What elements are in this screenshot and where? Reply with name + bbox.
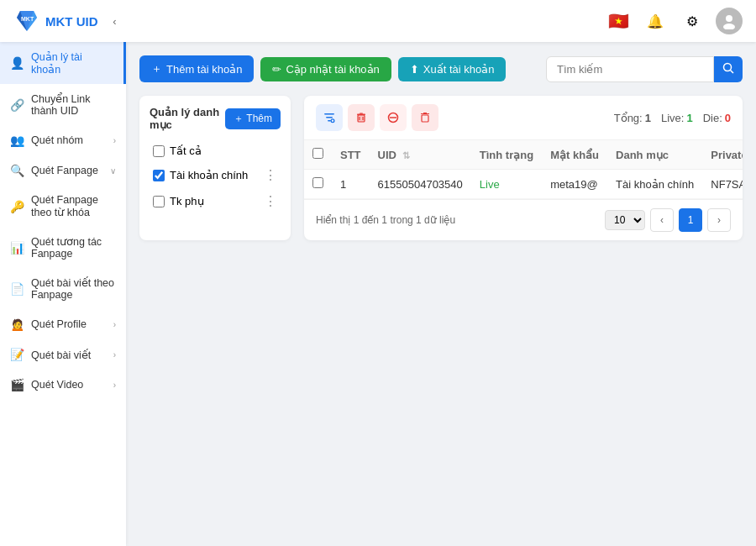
sidebar-item-label: Chuyển Link thành UID	[31, 92, 116, 117]
bell-icon[interactable]: 🔔	[642, 8, 669, 34]
checkbox-tai-khoan-chinh[interactable]	[153, 170, 165, 181]
header-left: MKT MKT UID ‹	[13, 8, 123, 34]
add-cat-icon: ＋	[234, 112, 244, 126]
delete2-button[interactable]	[412, 104, 438, 131]
col-mat-khau: Mật khẩu	[542, 140, 607, 170]
sidebar-item-quan-ly-tai-khoan[interactable]: 👤 Quản lý tài khoản	[0, 42, 126, 84]
col-danh-muc: Danh mục	[607, 140, 702, 170]
chevron-right-icon: ›	[113, 136, 116, 145]
key-icon: 🔑	[10, 200, 24, 213]
video-icon: 🎬	[10, 378, 24, 391]
row-private-key: NF7SA2J2EBQF3GXUJBKAOJXXIWKW7RAR	[702, 170, 743, 199]
page-1-button[interactable]: 1	[679, 208, 702, 232]
live-value: 1	[686, 112, 692, 124]
chevron-right-icon-4: ›	[113, 381, 116, 390]
col-tinh-trang: Tình trạng	[471, 140, 542, 170]
category-label-tai-khoan-chinh: Tài khoản chính	[170, 169, 259, 181]
category-tat-ca[interactable]: Tất cả	[150, 139, 281, 162]
sidebar-item-quet-nhom[interactable]: 👥 Quét nhóm ›	[0, 125, 126, 155]
interaction-icon: 📊	[10, 241, 24, 255]
row-tinh-trang: Live	[471, 170, 542, 199]
settings-icon[interactable]: ⚙	[679, 8, 706, 34]
next-page-button[interactable]: ›	[707, 208, 731, 232]
export-account-button[interactable]: ⬆ Xuất tài khoản	[398, 57, 507, 81]
delete-button[interactable]	[348, 104, 375, 131]
svg-rect-10	[328, 120, 331, 122]
header: MKT MKT UID ‹ 🇻🇳 🔔 ⚙	[0, 0, 756, 42]
sidebar-item-label: Quét tương tác Fanpage	[31, 235, 116, 260]
die-value: 0	[725, 112, 731, 124]
left-panel-title: Quản lý danh mục	[150, 106, 225, 131]
logo: MKT MKT UID	[13, 8, 98, 34]
category-tai-khoan-chinh[interactable]: Tài khoản chính ⋮	[150, 162, 281, 188]
row-stt: 1	[332, 170, 370, 199]
sidebar-item-label: Quét Fanpage theo từ khóa	[31, 194, 116, 218]
col-checkbox	[304, 140, 332, 170]
sidebar-item-label: Quét bài viết	[31, 349, 91, 361]
row-danh-muc: Tài khoản chính	[607, 170, 702, 199]
select-all-checkbox[interactable]	[312, 148, 323, 159]
export-icon: ⬆	[410, 63, 419, 76]
search-input[interactable]	[546, 56, 714, 82]
dots-menu-icon-2[interactable]: ⋮	[264, 193, 277, 209]
sort-uid-icon[interactable]: ⇅	[402, 150, 410, 160]
collapse-button[interactable]: ‹	[107, 13, 123, 29]
sidebar-item-quet-bai-viet-fanpage[interactable]: 📄 Quét bài viết theo Fanpage	[0, 268, 126, 309]
sidebar-item-label: Quét nhóm	[31, 134, 83, 146]
row-uid: 61550504703540	[370, 170, 471, 199]
sidebar-item-quet-bai-viet[interactable]: 📝 Quét bài viết ›	[0, 339, 126, 370]
svg-line-7	[731, 70, 734, 73]
sidebar-item-quet-video[interactable]: 🎬 Quét Video ›	[0, 370, 126, 400]
remove-icon	[418, 111, 432, 124]
account-icon: 👤	[10, 56, 24, 70]
content-area: Quản lý danh mục ＋ Thêm Tất cả Tài khoản…	[139, 96, 743, 240]
filter-icon	[323, 111, 336, 124]
sidebar-item-quet-fanpage-tu-khoa[interactable]: 🔑 Quét Fanpage theo từ khóa	[0, 186, 126, 227]
pagination-row: Hiển thị 1 đến 1 trong 1 dữ liệu 10 20 5…	[304, 199, 743, 240]
main-content: ＋ Thêm tài khoản ✏ Cập nhật tài khoản ⬆ …	[126, 42, 756, 546]
edit-icon: ✏	[272, 63, 281, 76]
row-select-checkbox[interactable]	[312, 177, 323, 188]
table-toolbar: Tổng: 1 Live: 1 Die: 0	[304, 96, 743, 140]
right-panel: Tổng: 1 Live: 1 Die: 0	[304, 96, 743, 240]
svg-rect-9	[326, 117, 333, 118]
search-button[interactable]	[714, 56, 743, 82]
accounts-table: STT UID ⇅ Tình trạng Mật khẩu Danh mục P…	[304, 140, 743, 199]
sidebar-item-quet-tuong-tac[interactable]: 📊 Quét tương tác Fanpage	[0, 227, 126, 268]
col-stt: STT	[332, 140, 370, 170]
left-panel-header: Quản lý danh mục ＋ Thêm	[150, 106, 281, 131]
link-icon: 🔗	[10, 98, 24, 112]
add-category-button[interactable]: ＋ Thêm	[225, 108, 281, 129]
dots-menu-icon[interactable]: ⋮	[264, 167, 277, 183]
category-tk-phu[interactable]: Tk phụ ⋮	[150, 188, 281, 214]
pagination-controls: 10 20 50 ‹ 1 ›	[605, 208, 731, 232]
sidebar-item-quet-profile[interactable]: 🙍 Quét Profile ›	[0, 309, 126, 339]
logo-text: MKT UID	[45, 14, 98, 29]
checkbox-tat-ca[interactable]	[153, 145, 165, 157]
category-label-tat-ca: Tất cả	[170, 144, 277, 157]
prev-page-button[interactable]: ‹	[650, 208, 674, 232]
svg-point-6	[724, 63, 732, 71]
page-size-select[interactable]: 10 20 50	[605, 210, 645, 230]
add-account-button[interactable]: ＋ Thêm tài khoản	[139, 55, 254, 82]
update-account-button[interactable]: ✏ Cập nhật tài khoản	[260, 57, 391, 81]
avatar[interactable]	[716, 8, 743, 34]
block-button[interactable]	[380, 104, 407, 131]
sidebar-item-label: Quét Profile	[31, 318, 87, 330]
svg-rect-17	[357, 114, 365, 116]
sidebar-item-chuyen-link[interactable]: 🔗 Chuyển Link thành UID	[0, 84, 126, 125]
checkbox-tk-phu[interactable]	[153, 196, 165, 207]
sidebar-item-label: Quét Fanpage	[31, 165, 98, 176]
search-icon	[722, 62, 734, 74]
left-panel: Quản lý danh mục ＋ Thêm Tất cả Tài khoản…	[139, 96, 291, 240]
svg-rect-18	[360, 113, 363, 114]
logo-icon: MKT	[13, 8, 40, 34]
article-fanpage-icon: 📄	[10, 282, 24, 296]
sidebar-item-label: Quét Video	[31, 379, 83, 391]
filter-button[interactable]	[316, 104, 343, 131]
svg-point-4	[726, 15, 732, 22]
post-icon: 📝	[10, 348, 24, 361]
top-actions: ＋ Thêm tài khoản ✏ Cập nhật tài khoản ⬆ …	[139, 55, 743, 82]
sidebar-item-quet-fanpage[interactable]: 🔍 Quét Fanpage ∨	[0, 155, 126, 186]
table-row: 1 61550504703540 Live meta19@ Tài khoản …	[304, 170, 743, 199]
